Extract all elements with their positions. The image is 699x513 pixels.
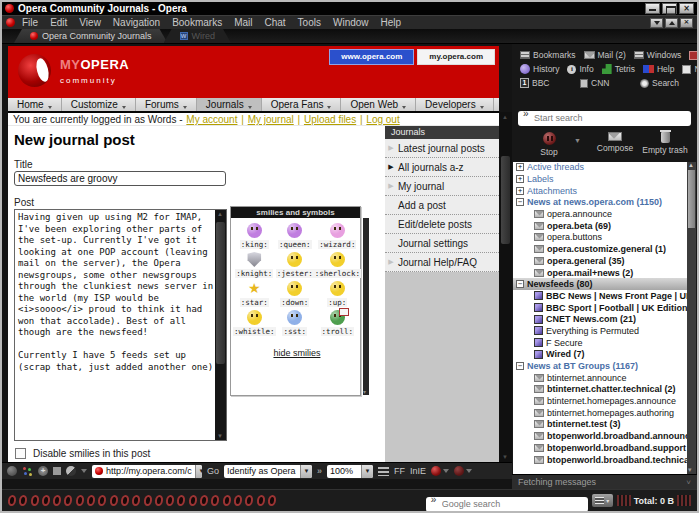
disable-smilies-checkbox[interactable] bbox=[15, 448, 26, 459]
smiley-cell-sherlock[interactable]: :sherlock: bbox=[314, 250, 361, 278]
smiley-cell-jester[interactable]: :jester: bbox=[276, 250, 314, 278]
mail-folder-row[interactable]: BBC Sport | Football | UK Edition (5) bbox=[513, 302, 687, 314]
panel-button-tetris[interactable]: Tetris bbox=[599, 64, 638, 74]
identify-dropdown-button[interactable] bbox=[300, 465, 312, 478]
mail-folder-row[interactable]: btopenworld.broadband.technical.cha... bbox=[513, 454, 687, 466]
mdi-restore-button[interactable] bbox=[665, 18, 678, 28]
mail-folder-row[interactable]: −Newsfeeds (80) bbox=[513, 278, 687, 290]
my-opera-com-button[interactable]: my.opera.com bbox=[417, 49, 495, 65]
opera-mini-icon[interactable] bbox=[109, 495, 118, 506]
mail-folder-row[interactable]: +Attachments bbox=[513, 185, 687, 197]
myopera-logo-icon[interactable] bbox=[18, 54, 51, 87]
menu-file[interactable]: File bbox=[16, 17, 44, 28]
reload-button[interactable] bbox=[66, 466, 76, 476]
menu-bookmarks[interactable]: Bookmarks bbox=[166, 17, 228, 28]
mail-folder-row[interactable]: btinternet.test (3) bbox=[513, 419, 687, 431]
site-nav-customize[interactable]: Customize bbox=[62, 98, 136, 111]
folder-scrollbar[interactable] bbox=[687, 162, 696, 475]
mail-folder-row[interactable]: −News at BT Groups (1167) bbox=[513, 360, 687, 372]
mail-folder-row[interactable]: BBC News | News Front Page | UK E... bbox=[513, 290, 687, 302]
opera-mini-icon[interactable] bbox=[53, 495, 62, 506]
opera-mini-icon[interactable] bbox=[222, 495, 231, 506]
zoom-select[interactable]: 100% bbox=[327, 465, 373, 478]
compose-button[interactable]: Compose bbox=[590, 132, 640, 157]
mail-search-input[interactable] bbox=[518, 111, 691, 126]
overflow-chevron-icon[interactable]: » bbox=[317, 466, 322, 476]
stop-button[interactable] bbox=[53, 467, 61, 475]
mail-folder-row[interactable]: Everything is Permuted bbox=[513, 325, 687, 337]
mail-folder-row[interactable]: −News at news.opera.com (1150) bbox=[513, 197, 687, 209]
menu-mail[interactable]: Mail bbox=[228, 17, 258, 28]
scrollbar-thumb[interactable] bbox=[216, 222, 225, 364]
opera-mini-icon[interactable] bbox=[211, 495, 220, 506]
opera-mini-icon[interactable] bbox=[120, 495, 129, 506]
login-link-my-account[interactable]: My account bbox=[186, 114, 237, 125]
mail-folder-row[interactable]: btopenworld.broadband.support (28) bbox=[513, 442, 687, 454]
smiley-down-icon[interactable] bbox=[287, 281, 302, 296]
opera-mini-icon[interactable] bbox=[98, 495, 107, 506]
close-button[interactable] bbox=[679, 3, 694, 14]
opera-mini-icon[interactable] bbox=[7, 495, 16, 506]
hide-smilies-link[interactable]: hide smilies bbox=[273, 348, 320, 358]
menu-window[interactable]: Window bbox=[327, 17, 375, 28]
opera-mini-icon[interactable] bbox=[166, 495, 175, 506]
login-link-log-out[interactable]: Log out bbox=[366, 114, 399, 125]
mail-folder-row[interactable]: btinternet.homepages.announce bbox=[513, 395, 687, 407]
panel-button-history[interactable]: History bbox=[517, 64, 562, 74]
opera-mini-icon[interactable] bbox=[64, 495, 73, 506]
panel-button-windows[interactable]: Windows bbox=[631, 50, 684, 60]
mail-folder-row[interactable]: opera.announce bbox=[513, 208, 687, 220]
mail-folder-row[interactable]: CNET News.com (21) bbox=[513, 313, 687, 325]
smiley-cell-wizard[interactable]: :wizard: bbox=[314, 221, 361, 249]
smiley-cell-king[interactable]: :king: bbox=[233, 221, 276, 249]
smiley-whistle-icon[interactable] bbox=[247, 310, 262, 325]
tab-opera-community-journals[interactable]: Opera Community Journals bbox=[14, 29, 168, 43]
opera-mini-icon[interactable] bbox=[87, 495, 96, 506]
opera-mini-icon[interactable] bbox=[199, 495, 208, 506]
panel-button-bookmarks[interactable]: Bookmarks bbox=[517, 50, 579, 60]
site-nav-home[interactable]: Home bbox=[8, 98, 62, 111]
smilies-scrollbar[interactable] bbox=[363, 218, 369, 395]
minimize-button[interactable] bbox=[645, 3, 660, 14]
panel-toggle-button[interactable] bbox=[592, 494, 613, 507]
url-dropdown-button[interactable] bbox=[195, 465, 202, 478]
identify-as-select[interactable]: Identify as Opera bbox=[224, 465, 312, 478]
menu-tools[interactable]: Tools bbox=[292, 17, 327, 28]
smiley-queen-icon[interactable] bbox=[287, 223, 302, 238]
panel-button-info[interactable]: Info bbox=[564, 64, 596, 74]
expand-plus-icon[interactable]: + bbox=[516, 187, 524, 195]
mdi-close-button[interactable]: × bbox=[680, 18, 693, 28]
opera-mini-icon[interactable] bbox=[177, 495, 186, 506]
smiley-knight-icon[interactable] bbox=[247, 252, 262, 267]
smiley-cell-knight[interactable]: :knight: bbox=[233, 250, 276, 278]
folder-scrollbar-thumb[interactable] bbox=[688, 170, 695, 228]
opera-mini-icon[interactable] bbox=[154, 495, 163, 506]
mail-folder-row[interactable]: +Active threads bbox=[513, 162, 687, 174]
opera-action-button-1[interactable] bbox=[431, 466, 449, 476]
site-nav-journals[interactable]: Journals bbox=[197, 98, 262, 111]
mail-folder-row[interactable]: btopenworld.broadband.announce (10) bbox=[513, 430, 687, 442]
opera-mini-icon[interactable] bbox=[245, 495, 254, 506]
menu-navigation[interactable]: Navigation bbox=[107, 17, 166, 28]
panel-button-links[interactable]: Links bbox=[686, 50, 699, 60]
panel-button-cnn[interactable]: CNN bbox=[577, 78, 635, 88]
opera-mini-icon[interactable] bbox=[75, 495, 84, 506]
panel-button-search[interactable]: Search bbox=[637, 78, 695, 88]
panel-button-bbc[interactable]: BBC bbox=[517, 78, 575, 88]
new-page-button[interactable] bbox=[38, 466, 48, 476]
page-scrollbar[interactable] bbox=[499, 112, 512, 462]
www-opera-com-button[interactable]: www.opera.com bbox=[329, 49, 414, 65]
journals-menu-item-add-a-post[interactable]: Add a post bbox=[385, 196, 499, 215]
opera-mini-icon[interactable] bbox=[132, 495, 141, 506]
mdi-minimize-button[interactable] bbox=[650, 18, 663, 28]
panel-button-help[interactable]: Help bbox=[640, 64, 677, 74]
mail-folder-row[interactable]: +Labels bbox=[513, 173, 687, 185]
smiley-jester-icon[interactable] bbox=[287, 252, 302, 267]
zoom-dropdown-button[interactable] bbox=[361, 465, 373, 478]
journal-title-input[interactable] bbox=[14, 171, 226, 186]
login-link-my-journal[interactable]: My journal bbox=[248, 114, 294, 125]
page-scrollbar-thumb[interactable] bbox=[501, 156, 510, 244]
collapse-minus-icon[interactable]: − bbox=[516, 198, 524, 206]
opera-mini-icon[interactable] bbox=[256, 495, 265, 506]
panel-button-mail-2[interactable]: Mail (2) bbox=[581, 50, 629, 60]
